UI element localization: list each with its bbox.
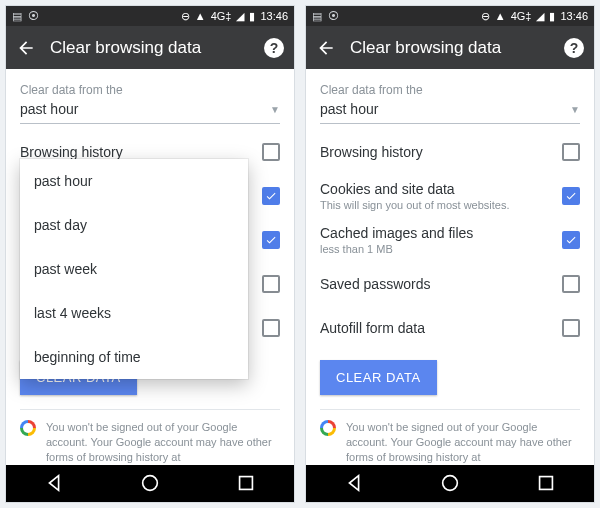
- checkbox[interactable]: [562, 275, 580, 293]
- footer-text: You won't be signed out of your Google a…: [46, 420, 280, 465]
- checkbox[interactable]: [562, 143, 580, 161]
- net-label: 4G‡: [511, 10, 532, 22]
- nav-bar: [6, 465, 294, 502]
- page-title: Clear browsing data: [350, 38, 550, 58]
- wifi-icon: ▲: [195, 10, 206, 22]
- row-cache[interactable]: Cached images and files less than 1 MB: [320, 218, 580, 262]
- signal-icon: ◢: [536, 10, 544, 23]
- svg-point-2: [443, 476, 458, 491]
- select-value: past hour: [20, 101, 78, 117]
- row-passwords[interactable]: Saved passwords: [320, 262, 580, 306]
- footer-note: You won't be signed out of your Google a…: [20, 409, 280, 465]
- checkbox[interactable]: [262, 187, 280, 205]
- row-label: Autofill form data: [320, 320, 552, 336]
- dropdown-option[interactable]: past hour: [20, 159, 248, 203]
- page-title: Clear browsing data: [50, 38, 250, 58]
- nav-back-button[interactable]: [343, 472, 365, 494]
- clock: 13:46: [560, 10, 588, 22]
- svg-rect-3: [540, 477, 553, 490]
- checkbox[interactable]: [562, 187, 580, 205]
- google-logo-icon: [320, 420, 336, 436]
- nav-recent-button[interactable]: [235, 472, 257, 494]
- row-cookies[interactable]: Cookies and site data This will sign you…: [320, 174, 580, 218]
- net-label: 4G‡: [211, 10, 232, 22]
- row-sublabel: less than 1 MB: [320, 243, 552, 255]
- status-bar: ▤ ⦿ ⊖ ▲ 4G‡ ◢ ▮ 13:46: [306, 6, 594, 26]
- dropdown-option[interactable]: last 4 weeks: [20, 291, 248, 335]
- row-label: Browsing history: [20, 144, 252, 160]
- row-label: Cookies and site data: [320, 181, 552, 197]
- chevron-down-icon: ▼: [570, 104, 580, 115]
- screenshot-right: ▤ ⦿ ⊖ ▲ 4G‡ ◢ ▮ 13:46 Clear browsing dat…: [306, 6, 594, 502]
- location-icon: ⦿: [328, 10, 339, 22]
- clock: 13:46: [260, 10, 288, 22]
- svg-rect-1: [240, 477, 253, 490]
- nav-home-button[interactable]: [439, 472, 461, 494]
- time-range-select[interactable]: past hour ▼: [20, 97, 280, 124]
- row-label: Saved passwords: [320, 276, 552, 292]
- dropdown-option[interactable]: past day: [20, 203, 248, 247]
- nav-back-button[interactable]: [43, 472, 65, 494]
- checkbox[interactable]: [562, 231, 580, 249]
- clear-data-button[interactable]: CLEAR DATA: [320, 360, 437, 395]
- footer-text: You won't be signed out of your Google a…: [346, 420, 580, 465]
- row-label: Browsing history: [320, 144, 552, 160]
- row-autofill[interactable]: Autofill form data: [320, 306, 580, 350]
- location-icon: ⦿: [28, 10, 39, 22]
- wifi-icon: ▲: [495, 10, 506, 22]
- google-logo-icon: [20, 420, 36, 436]
- app-bar: Clear browsing data ?: [6, 26, 294, 69]
- back-button[interactable]: [16, 38, 36, 58]
- nav-bar: [306, 465, 594, 502]
- dnd-icon: ⊖: [181, 10, 190, 23]
- nav-home-button[interactable]: [139, 472, 161, 494]
- row-sublabel: This will sign you out of most websites.: [320, 199, 552, 211]
- svg-point-0: [143, 476, 158, 491]
- dropdown-option[interactable]: past week: [20, 247, 248, 291]
- time-range-dropdown: past hour past day past week last 4 week…: [20, 159, 248, 379]
- screenshot-left: ▤ ⦿ ⊖ ▲ 4G‡ ◢ ▮ 13:46 Clear browsing dat…: [6, 6, 294, 502]
- checkbox[interactable]: [262, 319, 280, 337]
- row-label: Cached images and files: [320, 225, 552, 241]
- photo-icon: ▤: [312, 10, 322, 23]
- content-area: Clear data from the past hour ▼ Browsing…: [6, 69, 294, 465]
- battery-icon: ▮: [549, 10, 555, 23]
- help-button[interactable]: ?: [564, 38, 584, 58]
- photo-icon: ▤: [12, 10, 22, 23]
- checkbox[interactable]: [262, 231, 280, 249]
- checkbox[interactable]: [262, 275, 280, 293]
- time-range-select[interactable]: past hour ▼: [320, 97, 580, 124]
- checkbox[interactable]: [262, 143, 280, 161]
- back-button[interactable]: [316, 38, 336, 58]
- footer-note: You won't be signed out of your Google a…: [320, 409, 580, 465]
- dropdown-option[interactable]: beginning of time: [20, 335, 248, 379]
- signal-icon: ◢: [236, 10, 244, 23]
- help-button[interactable]: ?: [264, 38, 284, 58]
- select-value: past hour: [320, 101, 378, 117]
- app-bar: Clear browsing data ?: [306, 26, 594, 69]
- row-browsing-history[interactable]: Browsing history: [320, 130, 580, 174]
- select-hint: Clear data from the: [320, 83, 580, 97]
- checkbox[interactable]: [562, 319, 580, 337]
- chevron-down-icon: ▼: [270, 104, 280, 115]
- content-area: Clear data from the past hour ▼ Browsing…: [306, 69, 594, 465]
- nav-recent-button[interactable]: [535, 472, 557, 494]
- dnd-icon: ⊖: [481, 10, 490, 23]
- battery-icon: ▮: [249, 10, 255, 23]
- select-hint: Clear data from the: [20, 83, 280, 97]
- status-bar: ▤ ⦿ ⊖ ▲ 4G‡ ◢ ▮ 13:46: [6, 6, 294, 26]
